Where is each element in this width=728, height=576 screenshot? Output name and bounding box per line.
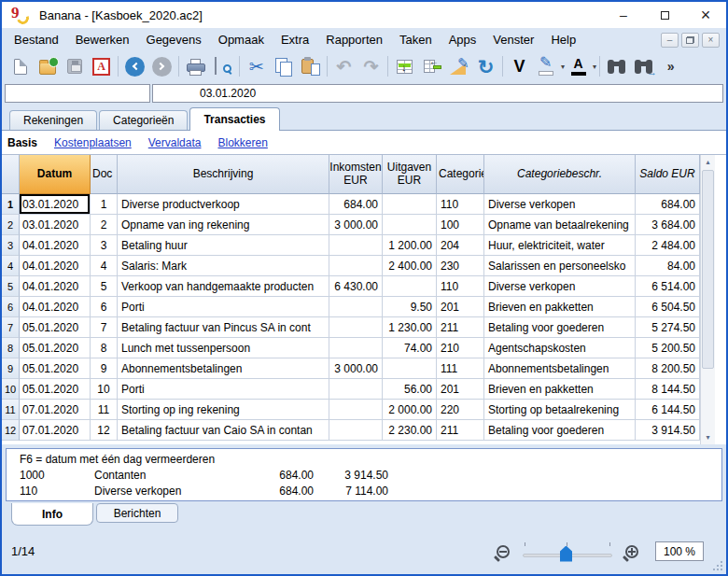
cell-uitgaven[interactable]: 74.00 [383, 338, 437, 358]
tab-berichten[interactable]: Berichten [96, 503, 178, 523]
cell-categorie[interactable]: 110 [437, 276, 484, 297]
cell-datum[interactable]: 04.01.2020 [20, 256, 91, 276]
cell-categoriebeschr[interactable]: Betaling voor goederen [484, 420, 636, 441]
cell-categorie[interactable]: 230 [437, 256, 484, 276]
menu-extra[interactable]: Extra [273, 30, 317, 49]
row-number[interactable]: 4 [2, 256, 20, 276]
pdf-export-button[interactable]: A [88, 54, 115, 79]
table-row[interactable]: 1 03.01.2020 1 Diverse productverkoop 68… [2, 194, 700, 215]
cell-beschrijving[interactable]: Porti [118, 379, 329, 400]
table-row[interactable]: 8 05.01.2020 8 Lunch met tussenpersoon 7… [2, 338, 700, 358]
subview-basis[interactable]: Basis [7, 136, 37, 149]
font-color-button[interactable]: A [565, 54, 592, 79]
cell-uitgaven[interactable] [383, 358, 437, 379]
menu-rapporten[interactable]: Rapporten [317, 30, 391, 49]
cell-categorie[interactable]: 220 [437, 400, 484, 420]
cell-categoriebeschr[interactable]: Storting op betaalrekening [484, 400, 636, 420]
menu-bewerken[interactable]: Bewerken [67, 30, 138, 49]
cut-button[interactable]: ✂ [243, 54, 270, 79]
menu-opmaak[interactable]: Opmaak [210, 30, 273, 49]
header-beschrijving[interactable]: Beschrijving [118, 155, 329, 194]
cell-uitgaven[interactable]: 2 400.00 [383, 256, 437, 276]
cell-categorie[interactable]: 211 [437, 420, 484, 441]
cell-uitgaven[interactable]: 56.00 [383, 379, 437, 400]
more-tools-button[interactable]: » [657, 54, 684, 79]
table-row[interactable]: 7 05.01.2020 7 Betaling factuur van Pinc… [2, 317, 700, 338]
cell-categorie[interactable]: 204 [437, 235, 484, 256]
cell-doc[interactable]: 5 [91, 276, 118, 297]
tab-info[interactable]: Info [11, 503, 93, 526]
cell-datum[interactable]: 03.01.2020 [20, 194, 91, 215]
cell-inkomsten[interactable] [329, 256, 383, 276]
menu-gegevens[interactable]: Gegevens [138, 30, 210, 49]
cell-saldo[interactable]: 5 274.50 [636, 317, 700, 338]
cell-categorie[interactable]: 201 [437, 297, 484, 317]
cell-beschrijving[interactable]: Lunch met tussenpersoon [118, 338, 329, 358]
cell-categoriebeschr[interactable]: Brieven en pakketten [484, 297, 636, 317]
row-number[interactable]: 5 [2, 276, 20, 297]
cell-saldo[interactable]: 5 200.50 [636, 338, 700, 358]
header-corner[interactable] [2, 155, 20, 194]
cell-uitgaven[interactable]: 2 230.00 [383, 420, 437, 441]
table-row[interactable]: 9 05.01.2020 9 Abonnementsbetalingen 3 0… [2, 358, 700, 379]
print-button[interactable] [182, 54, 209, 79]
cell-inkomsten[interactable]: 3 000.00 [329, 358, 383, 379]
cell-doc[interactable]: 3 [91, 235, 118, 256]
header-doc[interactable]: Doc [91, 155, 118, 194]
minimize-button[interactable]: – [603, 3, 644, 27]
header-uitgaven[interactable]: Uitgaven EUR [383, 155, 437, 194]
edit-design-button[interactable]: ✎ [445, 54, 472, 79]
cell-beschrijving[interactable]: Salaris: Mark [118, 256, 329, 276]
cell-inkomsten[interactable] [329, 297, 383, 317]
cell-saldo[interactable]: 3 914.50 [636, 420, 700, 441]
cell-inkomsten[interactable] [329, 379, 383, 400]
cell-categoriebeschr[interactable]: Betaling voor goederen [484, 317, 636, 338]
row-number[interactable]: 8 [2, 338, 20, 358]
cell-beschrijving[interactable]: Diverse productverkoop [118, 194, 329, 215]
cell-beschrijving[interactable]: Verkoop van handgemaakte producten [118, 276, 329, 297]
scrollbar-thumb[interactable] [702, 170, 714, 369]
cell-categoriebeschr[interactable]: Brieven en pakketten [484, 379, 636, 400]
menu-help[interactable]: Help [542, 30, 584, 49]
vertical-scrollbar[interactable]: ▴ ▾ [700, 155, 715, 444]
menu-venster[interactable]: Venster [484, 30, 542, 49]
cell-inkomsten[interactable]: 684.00 [329, 194, 383, 215]
zoom-slider[interactable] [523, 541, 612, 563]
header-categoriebeschr[interactable]: Categoriebeschr. [484, 155, 636, 194]
cell-datum[interactable]: 04.01.2020 [20, 276, 91, 297]
cell-inkomsten[interactable]: 3 000.00 [329, 215, 383, 235]
table-row[interactable]: 6 04.01.2020 6 Porti 9.50 201 Brieven en… [2, 297, 700, 317]
cell-uitgaven[interactable]: 9.50 [383, 297, 437, 317]
cell-doc[interactable]: 6 [91, 297, 118, 317]
header-saldo[interactable]: Saldo EUR [636, 155, 700, 194]
cell-datum[interactable]: 04.01.2020 [20, 235, 91, 256]
highlight-color-button[interactable]: ✎ [533, 54, 560, 79]
scrollbar-track[interactable] [701, 169, 715, 430]
tab-transacties[interactable]: Transacties [189, 107, 279, 131]
cell-saldo[interactable]: 8 200.50 [636, 358, 700, 379]
validate-button[interactable]: V [506, 54, 533, 79]
cell-inkomsten[interactable]: 6 430.00 [329, 276, 383, 297]
subview-blokkeren[interactable]: Blokkeren [217, 136, 267, 149]
cell-categoriebeschr[interactable]: Diverse verkopen [484, 194, 636, 215]
close-button[interactable]: × [685, 3, 726, 27]
paste-button[interactable] [297, 54, 324, 79]
cell-categorie[interactable]: 111 [437, 358, 484, 379]
cell-datum[interactable]: 07.01.2020 [20, 420, 91, 441]
table-row[interactable]: 4 04.01.2020 4 Salaris: Mark 2 400.00 23… [2, 256, 700, 276]
cell-datum[interactable]: 05.01.2020 [20, 358, 91, 379]
cell-categorie[interactable]: 110 [437, 194, 484, 215]
table-row[interactable]: 5 04.01.2020 5 Verkoop van handgemaakte … [2, 276, 700, 297]
cell-uitgaven[interactable]: 1 230.00 [383, 317, 437, 338]
insert-rows-button[interactable]: ↓ [391, 54, 418, 79]
cell-saldo[interactable]: 3 684.00 [636, 215, 700, 235]
row-number[interactable]: 2 [2, 215, 20, 235]
find-button[interactable] [603, 54, 630, 79]
cell-doc[interactable]: 12 [91, 420, 118, 441]
cell-beschrijving[interactable]: Betaling factuur van Pincus SA in cont [118, 317, 329, 338]
cell-beschrijving[interactable]: Betaling factuur van Caio SA in contan [118, 420, 329, 441]
cell-saldo[interactable]: 2 484.00 [636, 235, 700, 256]
cell-datum[interactable]: 07.01.2020 [20, 400, 91, 420]
table-row[interactable]: 2 03.01.2020 2 Opname van ing rekening 3… [2, 215, 700, 235]
cell-beschrijving[interactable]: Abonnementsbetalingen [118, 358, 329, 379]
